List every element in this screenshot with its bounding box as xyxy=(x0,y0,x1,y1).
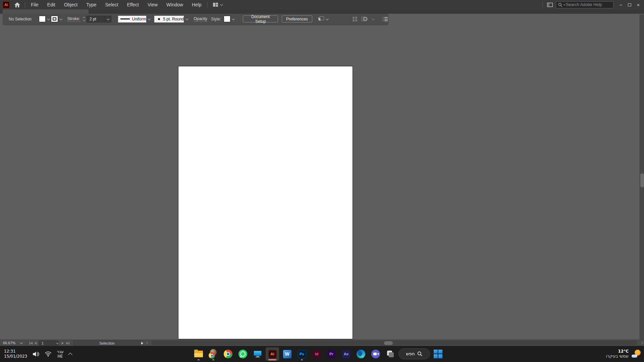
wifi-icon[interactable] xyxy=(45,351,52,357)
menu-effect[interactable]: Effect xyxy=(122,0,143,9)
artboard-number-value: 1 xyxy=(39,341,44,345)
hidden-icons-chevron[interactable] xyxy=(68,353,72,357)
last-artboard-button[interactable] xyxy=(66,342,69,345)
selection-status-label: No Selection xyxy=(9,17,32,21)
menu-window[interactable]: Window xyxy=(162,0,187,9)
speaker-icon[interactable] xyxy=(32,351,40,357)
status-menu-arrow[interactable] xyxy=(141,342,143,345)
artboard-dropdown-chevron-icon[interactable] xyxy=(56,342,58,344)
home-icon[interactable] xyxy=(14,2,20,7)
menu-select[interactable]: Select xyxy=(101,0,123,9)
menu-help[interactable]: Help xyxy=(187,0,206,9)
stroke-weight-field[interactable]: 2 pt xyxy=(87,16,105,22)
menu-type[interactable]: Type xyxy=(82,0,101,9)
clock-date: 15/01/2023 xyxy=(4,354,27,359)
illustrator-app-icon[interactable]: Ai xyxy=(3,1,10,8)
stroke-weight-dropdown[interactable] xyxy=(105,16,111,22)
chrome-button[interactable] xyxy=(221,347,235,361)
artboard-number-field[interactable]: 1 xyxy=(39,341,58,346)
stroke-weight-stepper[interactable] xyxy=(83,17,85,21)
width-profile-chevron[interactable] xyxy=(146,16,152,22)
vertical-scrollbar-thumb[interactable] xyxy=(640,173,644,187)
status-display-field[interactable]: Selection xyxy=(73,340,141,346)
teams-icon xyxy=(371,350,380,358)
style-dropdown-chevron-icon[interactable] xyxy=(232,17,235,20)
start-button[interactable] xyxy=(431,347,445,361)
search-icon xyxy=(558,3,562,7)
align-objects-icon xyxy=(353,17,357,21)
illustrator-taskbar-button[interactable]: Ai xyxy=(266,347,279,361)
stroke-color-swatch[interactable] xyxy=(51,16,58,22)
scroll-right-arrow[interactable] xyxy=(641,342,643,344)
premiere-button[interactable]: Pr xyxy=(325,347,338,361)
next-artboard-button[interactable] xyxy=(62,342,64,345)
graphic-style-swatch[interactable] xyxy=(224,16,231,22)
task-view-button[interactable] xyxy=(384,347,397,361)
chrome-profile-button[interactable] xyxy=(207,347,220,361)
fill-dropdown-chevron-icon[interactable] xyxy=(47,17,50,20)
word-button[interactable]: W xyxy=(280,347,294,361)
teams-button[interactable] xyxy=(369,347,382,361)
opacity-panel-link[interactable]: Opacity xyxy=(194,16,207,22)
control-panel-separator xyxy=(35,15,36,22)
stepper-down-icon[interactable] xyxy=(83,19,85,21)
brush-definition-dropdown[interactable]: 5 pt. Round xyxy=(154,16,184,22)
stepper-up-icon[interactable] xyxy=(83,17,85,19)
menu-file[interactable]: File xyxy=(26,0,43,9)
running-indicator xyxy=(198,359,200,360)
active-app-indicator xyxy=(268,359,276,360)
file-explorer-icon xyxy=(194,351,203,357)
language-code: HE xyxy=(57,354,63,359)
first-artboard-button[interactable] xyxy=(30,342,33,345)
after-effects-button[interactable]: Ae xyxy=(339,347,353,361)
stroke-dropdown-chevron-icon[interactable] xyxy=(59,17,62,20)
close-button[interactable]: × xyxy=(634,1,643,8)
taskbar-search-box[interactable]: חפש xyxy=(398,348,430,359)
width-profile-value: Uniform xyxy=(132,17,146,21)
document-setup-button[interactable]: Document Setup xyxy=(243,15,278,22)
brush-definition-chevron[interactable] xyxy=(184,16,190,22)
indesign-button[interactable]: Id xyxy=(310,347,323,361)
menu-edit[interactable]: Edit xyxy=(43,0,60,9)
search-input[interactable] xyxy=(566,2,605,7)
artboard[interactable] xyxy=(178,66,353,339)
display-app-button[interactable] xyxy=(251,347,264,361)
photoshop-button[interactable]: Ps xyxy=(295,347,309,361)
panel-toggle-icon[interactable] xyxy=(547,3,553,7)
panel-menu-icon[interactable] xyxy=(383,17,388,21)
taskbar-clock[interactable]: 12:31 15/01/2023 xyxy=(4,349,27,359)
vertical-scrollbar[interactable] xyxy=(639,14,644,340)
status-tool-value: Selection xyxy=(99,341,114,345)
restore-button[interactable] xyxy=(625,1,634,8)
previous-artboard-button[interactable] xyxy=(35,342,37,345)
edge-button[interactable] xyxy=(354,347,368,361)
width-profile-dropdown[interactable]: Uniform xyxy=(118,16,146,22)
menu-view[interactable]: View xyxy=(143,0,162,9)
illustrator-icon: Ai xyxy=(268,350,277,358)
zoom-level-value[interactable]: 66.67% xyxy=(3,341,15,345)
minimize-button[interactable]: − xyxy=(616,1,625,8)
task-view-icon xyxy=(386,350,394,358)
stroke-panel-link[interactable]: Stroke: xyxy=(67,16,80,22)
preferences-button[interactable]: Preferences xyxy=(282,15,312,22)
horizontal-scrollbar-thumb[interactable] xyxy=(384,341,393,345)
adobe-help-search-box[interactable] xyxy=(556,1,613,8)
workspace-switcher-button[interactable] xyxy=(213,3,222,7)
whatsapp-button[interactable] xyxy=(236,347,250,361)
menu-object[interactable]: Object xyxy=(60,0,82,9)
horizontal-scrollbar[interactable] xyxy=(152,341,637,345)
select-similar-options-icon[interactable] xyxy=(317,16,324,22)
fill-color-swatch[interactable] xyxy=(39,16,46,22)
scroll-left-arrow[interactable] xyxy=(147,342,149,344)
illustrator-application-window: Ai File Edit Object Type Select Effect V… xyxy=(0,0,644,362)
weather-widget[interactable]: 12°C שמשי בעיקרו xyxy=(606,346,641,362)
document-canvas[interactable] xyxy=(0,14,644,340)
zoom-dropdown-chevron-icon[interactable] xyxy=(20,342,22,344)
chrome-icon xyxy=(209,352,215,359)
workspace-switcher-icon xyxy=(213,3,218,7)
select-similar-chevron-icon[interactable] xyxy=(326,17,328,20)
brush-definition-value: 5 pt. Round xyxy=(163,17,184,21)
file-explorer-button[interactable] xyxy=(192,347,205,361)
weather-description: שמשי בעיקרו xyxy=(606,354,629,359)
language-indicator[interactable]: עבר HE xyxy=(57,349,63,359)
